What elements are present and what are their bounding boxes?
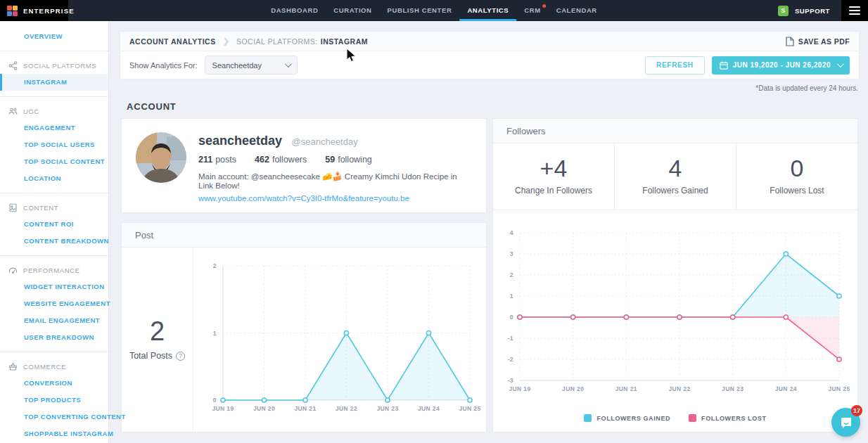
share-icon	[8, 61, 18, 70]
followers-chart: 43210-1-2-3JUN 19JUN 20JUN 21JUN 22JUN 2…	[493, 217, 857, 409]
sidebar-item-instagram[interactable]: INSTAGRAM	[0, 74, 108, 91]
data-point	[303, 398, 307, 402]
help-icon[interactable]: ?	[176, 352, 185, 361]
sidebar-item-content-breakdown[interactable]: CONTENT BREAKDOWN	[0, 233, 108, 250]
total-posts-value: 2	[122, 316, 193, 347]
data-update-note: *Data is updated every 24 hours.	[109, 84, 858, 92]
account-section-title: ACCOUNT	[127, 101, 868, 112]
nav-menu: DASHBOARD CURATION PUBLISH CENTER ANALYT…	[263, 0, 605, 21]
sidebar-section-performance: PERFORMANCE	[0, 262, 108, 278]
chat-bubble-icon	[839, 416, 853, 430]
chart-legend: FOLLOWERS GAINEDFOLLOWERS LOST	[493, 414, 857, 422]
sidebar-section-commerce: COMMERCE	[0, 358, 108, 375]
sidebar-item-overview[interactable]: OVERVIEW	[0, 28, 108, 45]
svg-text:0: 0	[213, 397, 217, 404]
hamburger-menu-icon[interactable]	[841, 0, 868, 21]
toolbar-panel: ACCOUNT ANALYTICS ❯ SOCIAL PLATFORMS: IN…	[120, 31, 860, 79]
legend-item: FOLLOWERS LOST	[689, 414, 766, 422]
nav-item-calendar[interactable]: CALENDAR	[549, 0, 605, 21]
main-content: ACCOUNT ANALYTICS ❯ SOCIAL PLATFORMS: IN…	[109, 21, 868, 443]
sidebar-item-shoppable-instagram[interactable]: SHOPPABLE INSTAGRAM	[0, 425, 108, 442]
legend-label: FOLLOWERS LOST	[701, 415, 766, 422]
data-point	[518, 315, 522, 319]
support-avatar-badge[interactable]: S	[778, 6, 789, 16]
post-card-title: Post	[122, 223, 486, 248]
sidebar-item-top-social-content[interactable]: TOP SOCIAL CONTENT	[0, 153, 108, 170]
sidebar-item-widget-interaction[interactable]: WIDGET INTERACTION	[0, 278, 108, 295]
sidebar-item-content-roi[interactable]: CONTENT ROI	[0, 216, 108, 233]
sidebar-item-email-engagement[interactable]: EMAIL ENGAGEMENT	[0, 312, 108, 329]
profile-username: seancheetday	[198, 134, 282, 148]
stat-following: 59following	[325, 155, 372, 165]
nav-item-analytics[interactable]: ANALYTICS	[459, 0, 516, 21]
nav-item-dashboard[interactable]: DASHBOARD	[263, 0, 326, 21]
data-point	[731, 315, 735, 319]
sidebar-item-website-engagement[interactable]: WEBSITE ENGAGEMENT	[0, 295, 108, 312]
profile-link[interactable]: www.youtube.com/watch?v=Cy3I0-tfrMo&feat…	[198, 194, 472, 203]
date-range-value: JUN 19,2020 - JUN 26,2020	[733, 61, 831, 69]
chat-widget-button[interactable]: 17	[831, 408, 860, 437]
svg-text:0: 0	[510, 314, 513, 321]
nav-right: S SUPPORT	[778, 0, 868, 21]
sidebar-item-location[interactable]: LOCATION	[0, 170, 108, 187]
chevron-down-icon	[837, 60, 844, 68]
divider	[0, 193, 108, 193]
support-link[interactable]: SUPPORT	[795, 7, 830, 15]
calendar-icon	[720, 61, 728, 70]
svg-text:-1: -1	[508, 335, 513, 342]
svg-text:1: 1	[510, 293, 513, 300]
divider	[0, 96, 108, 97]
svg-text:-3: -3	[508, 377, 513, 384]
gauge-icon	[8, 266, 18, 275]
sidebar-item-user-breakdown[interactable]: USER BREAKDOWN	[0, 329, 108, 346]
refresh-button[interactable]: REFRESH	[645, 56, 705, 75]
data-point	[784, 315, 788, 319]
sidebar-item-top-converting-content[interactable]: TOP CONVERTING CONTENT	[0, 409, 108, 425]
nav-item-curation[interactable]: CURATION	[326, 0, 379, 21]
account-select-value: Seancheetday	[212, 61, 262, 70]
nav-item-publish-center[interactable]: PUBLISH CENTER	[380, 0, 460, 21]
stat-followers: 462followers	[255, 155, 307, 165]
profile-handle: @seancheetday	[292, 136, 358, 147]
data-point	[385, 398, 390, 402]
followers-card-title: Followers	[493, 119, 857, 143]
svg-text:JUN 22: JUN 22	[668, 385, 690, 392]
stat-followers-gained: 4 Followers Gained	[614, 143, 736, 210]
breadcrumb-platform-name: INSTAGRAM	[321, 37, 368, 46]
account-select-dropdown[interactable]: Seancheetday	[205, 56, 298, 75]
svg-text:-2: -2	[508, 356, 513, 363]
legend-label: FOLLOWERS GAINED	[596, 415, 670, 422]
nav-item-crm[interactable]: CRM	[516, 0, 548, 21]
svg-text:JUN 22: JUN 22	[336, 405, 357, 412]
total-posts-label: Total Posts	[129, 351, 172, 361]
sidebar: OVERVIEW SOCIAL PLATFORMS INSTAGRAM UGC …	[0, 21, 109, 443]
followers-stats: +4 Change In Followers 4 Followers Gaine…	[493, 143, 857, 210]
sidebar-section-social-platforms: SOCIAL PLATFORMS	[0, 57, 108, 74]
sidebar-item-top-social-users[interactable]: TOP SOCIAL USERS	[0, 136, 108, 153]
svg-text:JUN 23: JUN 23	[376, 405, 398, 412]
svg-text:JUN 23: JUN 23	[722, 385, 743, 392]
filter-bar: Show Analytics For: Seancheetday REFRESH…	[120, 51, 859, 79]
chevron-right-icon: ❯	[223, 37, 229, 46]
data-point	[262, 398, 266, 402]
divider	[0, 255, 108, 256]
sidebar-item-engagement[interactable]: ENGAGEMENT	[0, 120, 108, 136]
sidebar-item-conversion[interactable]: CONVERSION	[0, 375, 108, 392]
date-range-button[interactable]: JUN 19,2020 - JUN 26,2020	[712, 56, 850, 75]
profile-stats: 211posts 462followers 59following	[198, 155, 472, 165]
profile-bio: Main account: @seancheesecake 🧀🍰 Creamy …	[198, 172, 472, 190]
sidebar-item-top-products[interactable]: TOP PRODUCTS	[0, 392, 108, 409]
breadcrumb-account-analytics[interactable]: ACCOUNT ANALYTICS	[129, 37, 216, 46]
stat-followers-lost: 0 Followers Lost	[736, 143, 857, 210]
brand-name: ENTERPRISE	[23, 7, 75, 15]
svg-text:JUN 24: JUN 24	[775, 385, 797, 392]
data-point	[571, 315, 575, 319]
data-point	[426, 330, 430, 335]
user-group-icon	[8, 107, 18, 116]
svg-text:4: 4	[510, 229, 513, 236]
save-as-pdf-button[interactable]: SAVE AS PDF	[786, 37, 850, 46]
svg-text:JUN 25: JUN 25	[459, 405, 480, 412]
divider	[0, 51, 108, 51]
brand[interactable]: ENTERPRISE	[0, 0, 68, 21]
breadcrumb: ACCOUNT ANALYTICS ❯ SOCIAL PLATFORMS: IN…	[120, 32, 859, 51]
